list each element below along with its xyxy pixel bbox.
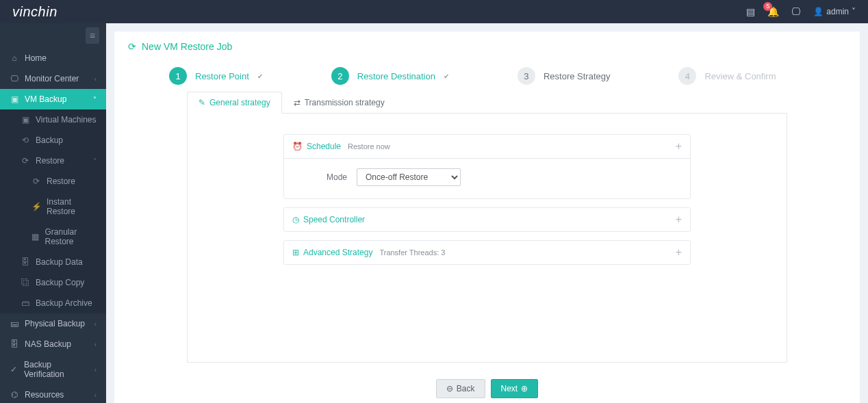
user-menu[interactable]: 👤 admin ˅ bbox=[813, 7, 856, 16]
transfer-icon: ⇄ bbox=[294, 98, 301, 107]
sidebar-item-restore[interactable]: ⟳Restore˅ bbox=[0, 151, 106, 171]
accordion-body-schedule: Mode Once-off Restore bbox=[284, 158, 690, 198]
accordion-advanced-strategy: ⊞Advanced Strategy Transfer Threads: 3 + bbox=[283, 240, 691, 265]
accordion-header-schedule[interactable]: ⏰Schedule Restore now + bbox=[284, 135, 690, 158]
strategy-form-area: ⏰Schedule Restore now + Mode Once-off Re… bbox=[187, 113, 787, 363]
backup-icon: ⟲ bbox=[21, 135, 30, 145]
sidebar-item-backup[interactable]: ⟲Backup bbox=[0, 130, 106, 151]
chevron-down-icon: ˅ bbox=[93, 96, 97, 103]
sidebar-item-virtual-machines[interactable]: ▣Virtual Machines bbox=[0, 109, 106, 130]
tab-general-strategy[interactable]: ✎General strategy bbox=[187, 92, 282, 114]
tab-label: Transmission strategy bbox=[305, 98, 385, 107]
step-number: 3 bbox=[518, 67, 535, 85]
panel: ⟳ New VM Restore Job 1 Restore Point ✔ 2… bbox=[114, 31, 860, 403]
sidebar-item-backup-copy[interactable]: ⿻Backup Copy bbox=[0, 272, 106, 293]
content: ⟳ New VM Restore Job 1 Restore Point ✔ 2… bbox=[106, 23, 868, 403]
sidebar-item-label: Backup Data bbox=[36, 257, 83, 267]
wizard-steps: 1 Restore Point ✔ 2 Restore Destination … bbox=[169, 67, 846, 85]
sidebar-item-resources[interactable]: ⌬Resources‹ bbox=[0, 385, 106, 403]
check-icon: ✔ bbox=[257, 73, 263, 80]
step-number: 2 bbox=[331, 67, 349, 85]
collapse-button[interactable]: ≡ bbox=[86, 27, 99, 44]
topbar-right: ▤ 5 🔔 🖵 👤 admin ˅ bbox=[746, 6, 856, 17]
sidebar-item-label: Granular Restore bbox=[44, 227, 97, 246]
brand-chin: chin bbox=[31, 4, 58, 19]
refresh-icon: ⟳ bbox=[128, 41, 136, 52]
button-label: Back bbox=[457, 384, 475, 393]
sidebar-item-backup-data[interactable]: 🗄Backup Data bbox=[0, 252, 106, 272]
sidebar-collapse-row: ≡ bbox=[0, 23, 106, 48]
plus-icon: + bbox=[676, 246, 682, 259]
sidebar-item-label: Backup Verification bbox=[24, 360, 89, 379]
check-icon: ✔ bbox=[444, 73, 449, 80]
sidebar-item-label: Backup Copy bbox=[36, 278, 84, 287]
step-restore-destination[interactable]: 2 Restore Destination ✔ bbox=[331, 67, 449, 85]
accordion-subtitle: Transfer Threads: 3 bbox=[379, 248, 445, 257]
notification-badge: 5 bbox=[763, 2, 772, 11]
sidebar-item-label: Resources bbox=[25, 390, 64, 400]
sidebar-item-instant-restore[interactable]: ⚡Instant Restore bbox=[0, 192, 106, 222]
sidebar-item-label: NAS Backup bbox=[25, 339, 71, 349]
arrow-right-icon: ⊕ bbox=[521, 384, 528, 393]
chevron-down-icon: ˅ bbox=[852, 7, 856, 16]
next-button[interactable]: Next⊕ bbox=[491, 379, 539, 398]
step-restore-strategy: 3 Restore Strategy bbox=[518, 67, 611, 85]
button-label: Next bbox=[501, 384, 518, 393]
accordion-header-advanced[interactable]: ⊞Advanced Strategy Transfer Threads: 3 + bbox=[284, 241, 690, 264]
restore-icon: ⟳ bbox=[31, 177, 41, 186]
tab-label: General strategy bbox=[209, 98, 270, 107]
verification-icon: ✓ bbox=[10, 365, 18, 374]
sidebar-item-label: Restore bbox=[47, 177, 75, 186]
sidebar-item-home[interactable]: ⌂Home bbox=[0, 48, 106, 68]
accordion-schedule: ⏰Schedule Restore now + Mode Once-off Re… bbox=[283, 134, 691, 199]
mode-label: Mode bbox=[327, 172, 347, 182]
sidebar-item-backup-verification[interactable]: ✓Backup Verification‹ bbox=[0, 354, 106, 385]
vm-icon: ▣ bbox=[21, 115, 30, 125]
sidebar-item-vm-backup[interactable]: ▣VM Backup˅ bbox=[0, 89, 106, 109]
chevron-left-icon: ‹ bbox=[94, 320, 97, 328]
user-label: admin bbox=[826, 7, 849, 16]
step-label: Restore Destination bbox=[357, 71, 435, 81]
sidebar-item-physical-backup[interactable]: 🖴Physical Backup‹ bbox=[0, 313, 106, 334]
accordion-speed-controller: ◷Speed Controller + bbox=[283, 207, 691, 232]
sidebar: ≡ ⌂Home 🖵Monitor Center‹ ▣VM Backup˅ ▣Vi… bbox=[0, 23, 106, 403]
sidebar-item-monitor-center[interactable]: 🖵Monitor Center‹ bbox=[0, 68, 106, 89]
step-label: Restore Strategy bbox=[544, 71, 611, 81]
chevron-left-icon: ‹ bbox=[94, 341, 97, 348]
backup-data-icon: 🗄 bbox=[21, 257, 30, 267]
pencil-icon: ✎ bbox=[199, 98, 205, 107]
instant-restore-icon: ⚡ bbox=[31, 202, 41, 211]
notifications-icon[interactable]: 5 🔔 bbox=[767, 6, 779, 17]
sidebar-item-backup-archive[interactable]: 🗃Backup Archive bbox=[0, 293, 106, 313]
sidebar-item-label: Backup Archive bbox=[36, 298, 92, 308]
vm-backup-icon: ▣ bbox=[10, 94, 19, 104]
accordion-header-speed[interactable]: ◷Speed Controller + bbox=[284, 208, 690, 231]
step-restore-point[interactable]: 1 Restore Point ✔ bbox=[169, 67, 263, 85]
chevron-left-icon: ‹ bbox=[94, 391, 97, 399]
sidebar-item-restore-sub[interactable]: ⟳Restore bbox=[0, 171, 106, 192]
backup-copy-icon: ⿻ bbox=[21, 278, 30, 287]
chevron-down-icon: ˅ bbox=[93, 157, 97, 165]
nas-backup-icon: 🗄 bbox=[10, 339, 19, 349]
accordion-title: Schedule bbox=[307, 142, 341, 151]
wizard-footer: ⊖Back Next⊕ bbox=[128, 379, 846, 398]
monitor-icon[interactable]: 🖵 bbox=[791, 6, 801, 17]
list-icon[interactable]: ▤ bbox=[746, 6, 755, 17]
brand-vin: vin bbox=[12, 4, 31, 19]
sidebar-item-label: Home bbox=[25, 53, 47, 63]
accordion-title: Speed Controller bbox=[303, 215, 365, 224]
step-review-confirm: 4 Review & Confirm bbox=[678, 67, 776, 85]
tab-transmission-strategy[interactable]: ⇄Transmission strategy bbox=[282, 92, 396, 114]
sidebar-item-label: Physical Backup bbox=[25, 319, 85, 328]
back-button[interactable]: ⊖Back bbox=[436, 379, 485, 398]
sidebar-item-nas-backup[interactable]: 🗄NAS Backup‹ bbox=[0, 334, 106, 354]
home-icon: ⌂ bbox=[10, 53, 19, 63]
plus-icon: + bbox=[676, 213, 682, 226]
sidebar-item-granular-restore[interactable]: ▦Granular Restore bbox=[0, 222, 106, 252]
gauge-icon: ◷ bbox=[292, 215, 299, 224]
physical-backup-icon: 🖴 bbox=[10, 319, 19, 328]
clock-icon: ⏰ bbox=[292, 142, 303, 151]
mode-select[interactable]: Once-off Restore bbox=[357, 168, 461, 186]
monitor-center-icon: 🖵 bbox=[10, 74, 19, 83]
accordion-subtitle: Restore now bbox=[348, 142, 390, 151]
